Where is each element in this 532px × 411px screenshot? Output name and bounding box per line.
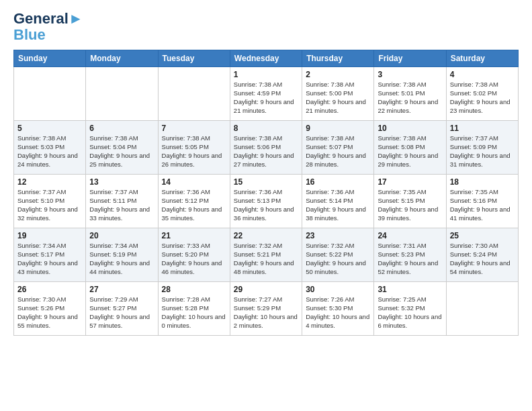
day-info: Sunrise: 7:36 AM Sunset: 5:14 PM Dayligh… <box>306 188 370 222</box>
day-info: Sunrise: 7:38 AM Sunset: 5:01 PM Dayligh… <box>378 81 442 115</box>
day-number: 24 <box>378 231 442 240</box>
week-row-4: 26Sunrise: 7:30 AM Sunset: 5:26 PM Dayli… <box>14 282 519 336</box>
logo-text: General► <box>13 11 83 27</box>
day-cell <box>446 282 518 336</box>
day-info: Sunrise: 7:36 AM Sunset: 5:13 PM Dayligh… <box>234 188 298 222</box>
day-info: Sunrise: 7:36 AM Sunset: 5:12 PM Dayligh… <box>162 188 226 222</box>
day-cell: 31Sunrise: 7:25 AM Sunset: 5:32 PM Dayli… <box>374 282 446 336</box>
weekday-thursday: Thursday <box>302 50 374 67</box>
day-info: Sunrise: 7:30 AM Sunset: 5:24 PM Dayligh… <box>450 242 515 276</box>
day-info: Sunrise: 7:25 AM Sunset: 5:32 PM Dayligh… <box>378 295 442 330</box>
day-cell: 21Sunrise: 7:33 AM Sunset: 5:20 PM Dayli… <box>158 228 230 282</box>
day-info: Sunrise: 7:29 AM Sunset: 5:27 PM Dayligh… <box>89 295 154 330</box>
day-number: 25 <box>450 231 515 240</box>
day-number: 31 <box>378 285 442 294</box>
day-cell: 4Sunrise: 7:38 AM Sunset: 5:02 PM Daylig… <box>446 67 518 121</box>
day-cell <box>14 67 86 121</box>
day-cell: 23Sunrise: 7:32 AM Sunset: 5:22 PM Dayli… <box>302 228 374 282</box>
day-number: 16 <box>306 177 370 187</box>
day-number: 15 <box>234 177 298 187</box>
day-cell: 16Sunrise: 7:36 AM Sunset: 5:14 PM Dayli… <box>302 175 374 228</box>
day-number: 28 <box>162 285 226 294</box>
day-cell: 25Sunrise: 7:30 AM Sunset: 5:24 PM Dayli… <box>446 228 518 282</box>
week-row-2: 12Sunrise: 7:37 AM Sunset: 5:10 PM Dayli… <box>14 175 519 228</box>
day-number: 17 <box>378 177 442 187</box>
day-number: 27 <box>89 285 154 294</box>
day-cell: 26Sunrise: 7:30 AM Sunset: 5:26 PM Dayli… <box>14 282 86 336</box>
day-info: Sunrise: 7:37 AM Sunset: 5:10 PM Dayligh… <box>17 188 82 222</box>
day-info: Sunrise: 7:38 AM Sunset: 5:04 PM Dayligh… <box>89 134 154 169</box>
day-number: 19 <box>17 231 82 240</box>
day-cell: 15Sunrise: 7:36 AM Sunset: 5:13 PM Dayli… <box>230 175 302 228</box>
day-info: Sunrise: 7:34 AM Sunset: 5:17 PM Dayligh… <box>17 242 82 276</box>
day-info: Sunrise: 7:27 AM Sunset: 5:29 PM Dayligh… <box>234 295 298 330</box>
weekday-monday: Monday <box>86 50 158 67</box>
day-cell: 6Sunrise: 7:38 AM Sunset: 5:04 PM Daylig… <box>86 121 158 175</box>
day-number: 30 <box>306 285 370 294</box>
weekday-sunday: Sunday <box>14 50 86 67</box>
week-row-1: 5Sunrise: 7:38 AM Sunset: 5:03 PM Daylig… <box>14 121 519 175</box>
day-number: 11 <box>450 124 515 133</box>
weekday-wednesday: Wednesday <box>230 50 302 67</box>
day-number: 8 <box>234 124 298 133</box>
day-number: 10 <box>378 124 442 133</box>
day-info: Sunrise: 7:32 AM Sunset: 5:21 PM Dayligh… <box>234 242 298 276</box>
logo: General► Blue <box>13 11 83 43</box>
day-cell: 7Sunrise: 7:38 AM Sunset: 5:05 PM Daylig… <box>158 121 230 175</box>
logo-subtext: Blue <box>13 27 83 43</box>
day-info: Sunrise: 7:37 AM Sunset: 5:11 PM Dayligh… <box>89 188 154 222</box>
day-cell: 17Sunrise: 7:35 AM Sunset: 5:15 PM Dayli… <box>374 175 446 228</box>
day-cell: 5Sunrise: 7:38 AM Sunset: 5:03 PM Daylig… <box>14 121 86 175</box>
day-number: 20 <box>89 231 154 240</box>
day-number: 14 <box>162 177 226 187</box>
day-cell: 24Sunrise: 7:31 AM Sunset: 5:23 PM Dayli… <box>374 228 446 282</box>
day-cell <box>86 67 158 121</box>
header: General► Blue <box>13 11 519 43</box>
day-info: Sunrise: 7:34 AM Sunset: 5:19 PM Dayligh… <box>89 242 154 276</box>
day-number: 4 <box>450 70 515 79</box>
day-cell: 3Sunrise: 7:38 AM Sunset: 5:01 PM Daylig… <box>374 67 446 121</box>
day-number: 7 <box>162 124 226 133</box>
day-number: 3 <box>378 70 442 79</box>
day-number: 2 <box>306 70 370 79</box>
day-info: Sunrise: 7:28 AM Sunset: 5:28 PM Dayligh… <box>162 295 226 330</box>
day-number: 1 <box>234 70 298 79</box>
day-cell: 1Sunrise: 7:38 AM Sunset: 4:59 PM Daylig… <box>230 67 302 121</box>
day-info: Sunrise: 7:37 AM Sunset: 5:09 PM Dayligh… <box>450 134 515 169</box>
day-info: Sunrise: 7:33 AM Sunset: 5:20 PM Dayligh… <box>162 242 226 276</box>
day-info: Sunrise: 7:38 AM Sunset: 5:07 PM Dayligh… <box>306 134 370 169</box>
day-number: 12 <box>17 177 82 187</box>
day-number: 6 <box>89 124 154 133</box>
day-cell <box>158 67 230 121</box>
day-info: Sunrise: 7:38 AM Sunset: 5:06 PM Dayligh… <box>234 134 298 169</box>
day-cell: 12Sunrise: 7:37 AM Sunset: 5:10 PM Dayli… <box>14 175 86 228</box>
day-cell: 18Sunrise: 7:35 AM Sunset: 5:16 PM Dayli… <box>446 175 518 228</box>
day-info: Sunrise: 7:26 AM Sunset: 5:30 PM Dayligh… <box>306 295 370 330</box>
calendar-table: SundayMondayTuesdayWednesdayThursdayFrid… <box>13 50 519 336</box>
day-cell: 30Sunrise: 7:26 AM Sunset: 5:30 PM Dayli… <box>302 282 374 336</box>
day-number: 18 <box>450 177 515 187</box>
day-info: Sunrise: 7:35 AM Sunset: 5:16 PM Dayligh… <box>450 188 515 222</box>
day-info: Sunrise: 7:38 AM Sunset: 5:03 PM Dayligh… <box>17 134 82 169</box>
day-cell: 20Sunrise: 7:34 AM Sunset: 5:19 PM Dayli… <box>86 228 158 282</box>
weekday-header-row: SundayMondayTuesdayWednesdayThursdayFrid… <box>14 50 519 67</box>
day-number: 23 <box>306 231 370 240</box>
day-info: Sunrise: 7:38 AM Sunset: 5:05 PM Dayligh… <box>162 134 226 169</box>
calendar-page: General► Blue SundayMondayTuesdayWednesd… <box>0 0 532 347</box>
day-cell: 28Sunrise: 7:28 AM Sunset: 5:28 PM Dayli… <box>158 282 230 336</box>
day-cell: 9Sunrise: 7:38 AM Sunset: 5:07 PM Daylig… <box>302 121 374 175</box>
week-row-3: 19Sunrise: 7:34 AM Sunset: 5:17 PM Dayli… <box>14 228 519 282</box>
day-cell: 22Sunrise: 7:32 AM Sunset: 5:21 PM Dayli… <box>230 228 302 282</box>
day-info: Sunrise: 7:38 AM Sunset: 5:00 PM Dayligh… <box>306 81 370 115</box>
weekday-tuesday: Tuesday <box>158 50 230 67</box>
day-info: Sunrise: 7:38 AM Sunset: 5:02 PM Dayligh… <box>450 81 515 115</box>
day-info: Sunrise: 7:38 AM Sunset: 4:59 PM Dayligh… <box>234 81 298 115</box>
day-cell: 2Sunrise: 7:38 AM Sunset: 5:00 PM Daylig… <box>302 67 374 121</box>
weekday-friday: Friday <box>374 50 446 67</box>
week-row-0: 1Sunrise: 7:38 AM Sunset: 4:59 PM Daylig… <box>14 67 519 121</box>
day-cell: 19Sunrise: 7:34 AM Sunset: 5:17 PM Dayli… <box>14 228 86 282</box>
day-number: 26 <box>17 285 82 294</box>
day-number: 22 <box>234 231 298 240</box>
day-info: Sunrise: 7:35 AM Sunset: 5:15 PM Dayligh… <box>378 188 442 222</box>
day-info: Sunrise: 7:31 AM Sunset: 5:23 PM Dayligh… <box>378 242 442 276</box>
